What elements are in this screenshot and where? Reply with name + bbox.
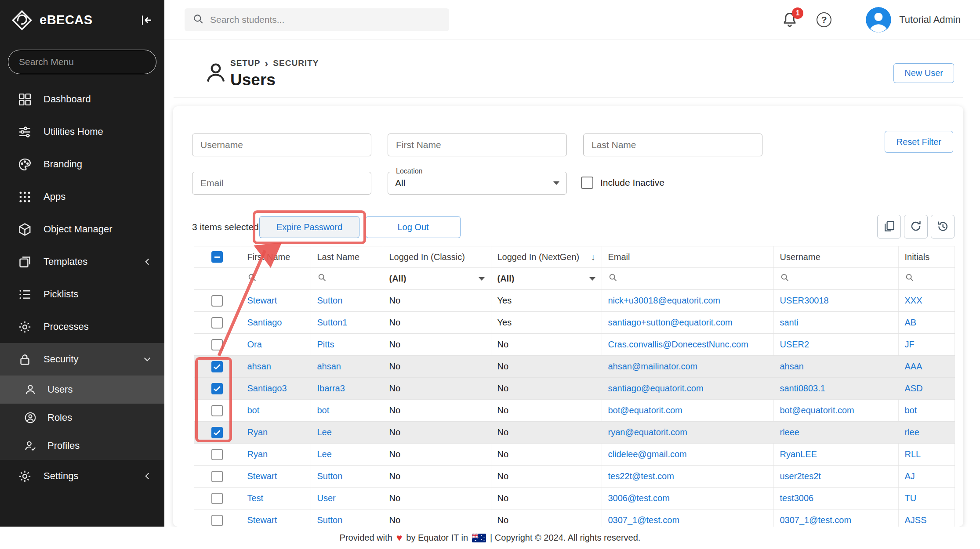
cell-username[interactable]: rleee — [773, 422, 898, 444]
first-name-column-filter[interactable] — [241, 268, 311, 290]
cell-username[interactable]: RyanLEE — [773, 444, 898, 466]
student-search-input[interactable] — [210, 14, 441, 25]
cell-initials[interactable]: TU — [898, 488, 955, 509]
cell-username[interactable]: santi0803.1 — [773, 378, 898, 400]
notifications-bell-icon[interactable]: 1 — [781, 11, 799, 29]
table-row[interactable]: RyanLeeNoNoclidelee@gmail.comRyanLEERLL — [194, 444, 955, 466]
row-checkbox[interactable] — [211, 295, 223, 307]
column-header-email[interactable]: Email — [602, 246, 773, 268]
refresh-button[interactable] — [904, 215, 928, 238]
location-select[interactable]: Location All — [388, 172, 567, 195]
collapse-sidebar-icon[interactable] — [138, 12, 154, 28]
sidebar-item-object-manager[interactable]: Object Manager — [0, 213, 164, 246]
cell-first-name[interactable]: bot — [241, 400, 311, 422]
row-checkbox[interactable] — [211, 405, 223, 416]
last-name-filter-input[interactable] — [583, 134, 762, 156]
breadcrumb-setup[interactable]: SETUP — [230, 58, 260, 68]
cell-initials[interactable]: bot — [898, 400, 955, 422]
sidebar-item-dashboard[interactable]: Dashboard — [0, 83, 164, 116]
cell-last-name[interactable]: Lee — [311, 422, 383, 444]
select-all-checkbox[interactable] — [211, 251, 223, 263]
cell-email[interactable]: Cras.convallis@DonecestNunc.com — [602, 334, 773, 356]
last-name-column-filter[interactable] — [311, 268, 383, 290]
column-header-first-name[interactable]: First Name — [241, 246, 311, 268]
row-checkbox-checked[interactable] — [211, 427, 223, 438]
cell-username[interactable]: 0307_1@test.com — [773, 509, 898, 527]
cell-email[interactable]: 3006@test.com — [602, 488, 773, 509]
user-name[interactable]: Tutorial Admin — [899, 14, 961, 25]
cell-email[interactable]: santiago@equatorit.com — [602, 378, 773, 400]
sidebar-item-roles[interactable]: Roles — [0, 404, 164, 432]
include-inactive-checkbox[interactable]: Include Inactive — [581, 177, 664, 189]
cell-email[interactable]: 0307_1@test.com — [602, 509, 773, 527]
cell-username[interactable]: test3006 — [773, 488, 898, 509]
username-filter-input[interactable] — [192, 134, 371, 156]
cell-email[interactable]: santiago+sutton@equatorit.com — [602, 312, 773, 334]
table-row[interactable]: StewartSuttonNoNo0307_1@test.com0307_1@t… — [194, 509, 955, 527]
help-icon[interactable] — [817, 12, 831, 27]
sidebar-item-branding[interactable]: Branding — [0, 148, 164, 181]
sidebar-item-settings[interactable]: Settings — [0, 460, 164, 492]
sidebar-item-picklists[interactable]: Picklists — [0, 278, 164, 311]
cell-username[interactable]: ahsan — [773, 356, 898, 378]
cell-first-name[interactable]: Ryan — [241, 422, 311, 444]
sidebar-item-apps[interactable]: Apps — [0, 181, 164, 213]
table-row[interactable]: ahsanahsanNoNoahsan@mailinator.comahsanA… — [194, 356, 955, 378]
cell-username[interactable]: santi — [773, 312, 898, 334]
sidebar-search-input[interactable] — [8, 50, 156, 74]
sidebar-item-profiles[interactable]: Profiles — [0, 432, 164, 460]
cell-email[interactable]: ahsan@mailinator.com — [602, 356, 773, 378]
history-button[interactable] — [931, 215, 955, 238]
cell-first-name[interactable]: Santiago3 — [241, 378, 311, 400]
column-header-logged-in-nextgen[interactable]: Logged In (NextGen) — [491, 246, 602, 268]
row-checkbox[interactable] — [211, 515, 223, 526]
row-checkbox[interactable] — [211, 449, 223, 460]
cell-first-name[interactable]: Stewart — [241, 509, 311, 527]
cell-last-name[interactable]: Sutton — [311, 509, 383, 527]
column-header-initials[interactable]: Initials — [898, 246, 955, 268]
cell-first-name[interactable]: Stewart — [241, 290, 311, 312]
cell-initials[interactable]: AB — [898, 312, 955, 334]
breadcrumb-security[interactable]: SECURITY — [273, 58, 319, 68]
export-button[interactable] — [877, 215, 901, 238]
table-row[interactable]: SantiagoSutton1NoYessantiago+sutton@equa… — [194, 312, 955, 334]
cell-username[interactable]: USER2 — [773, 334, 898, 356]
table-row[interactable]: OraPittsNoNoCras.convallis@DonecestNunc.… — [194, 334, 955, 356]
logged-in-classic-filter-select[interactable]: (All) — [383, 268, 491, 290]
row-checkbox-checked[interactable] — [211, 361, 223, 372]
cell-first-name[interactable]: ahsan — [241, 356, 311, 378]
table-row[interactable]: botbotNoNobot@equatorit.combot@equatorit… — [194, 400, 955, 422]
row-checkbox[interactable] — [211, 493, 223, 504]
column-header-last-name[interactable]: Last Name — [311, 246, 383, 268]
cell-email[interactable]: clidelee@gmail.com — [602, 444, 773, 466]
cell-last-name[interactable]: Ibarra3 — [311, 378, 383, 400]
cell-first-name[interactable]: Stewart — [241, 466, 311, 488]
first-name-filter-input[interactable] — [388, 134, 567, 156]
email-column-filter[interactable] — [602, 268, 773, 290]
avatar[interactable] — [866, 7, 891, 33]
cell-username[interactable]: bot@equatorit.com — [773, 400, 898, 422]
cell-email[interactable]: bot@equatorit.com — [602, 400, 773, 422]
cell-last-name[interactable]: Sutton — [311, 466, 383, 488]
cell-initials[interactable]: rlee — [898, 422, 955, 444]
table-row[interactable]: Santiago3Ibarra3NoNosantiago@equatorit.c… — [194, 378, 955, 400]
cell-first-name[interactable]: Test — [241, 488, 311, 509]
cell-username[interactable]: user2tes2t — [773, 466, 898, 488]
cell-last-name[interactable]: bot — [311, 400, 383, 422]
cell-email[interactable]: ryan@equatorit.com — [602, 422, 773, 444]
cell-last-name[interactable]: Lee — [311, 444, 383, 466]
table-row[interactable]: StewartSuttonNoYesnick+u30018@equatorit.… — [194, 290, 955, 312]
new-user-button[interactable]: New User — [893, 63, 954, 83]
table-row[interactable]: TestUserNoNo3006@test.comtest3006TU — [194, 488, 955, 509]
cell-last-name[interactable]: Sutton — [311, 290, 383, 312]
cell-last-name[interactable]: Sutton1 — [311, 312, 383, 334]
row-checkbox[interactable] — [211, 339, 223, 350]
cell-initials[interactable]: AAA — [898, 356, 955, 378]
cell-last-name[interactable]: User — [311, 488, 383, 509]
initials-column-filter[interactable] — [898, 268, 955, 290]
sidebar-item-utilities-home[interactable]: Utilities Home — [0, 116, 164, 148]
cell-initials[interactable]: RLL — [898, 444, 955, 466]
cell-last-name[interactable]: ahsan — [311, 356, 383, 378]
cell-initials[interactable]: ASD — [898, 378, 955, 400]
sidebar-item-processes[interactable]: Processes — [0, 311, 164, 343]
